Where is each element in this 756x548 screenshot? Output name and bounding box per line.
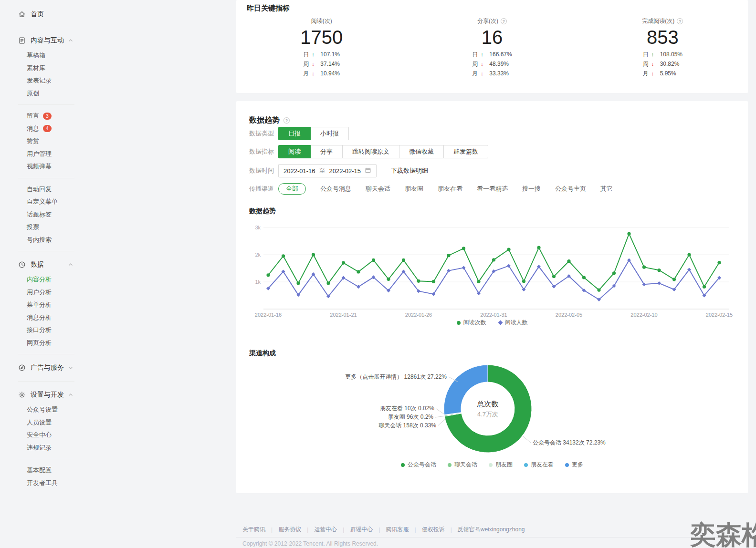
- clock-icon: [18, 261, 26, 269]
- sidebar-item-自定义菜单[interactable]: 自定义菜单: [0, 196, 91, 208]
- metric-change-row: 周 ↓ 37.14%: [303, 59, 340, 69]
- legend-朋友圈[interactable]: 朋友圈: [489, 461, 513, 469]
- sidebar-item-设置与开发[interactable]: 设置与开发: [0, 386, 91, 403]
- donut-label-更多: 更多（点击展开详情） 12861次 27.22%: [345, 373, 447, 380]
- metric-change-row: 周 ↓ 30.82%: [643, 59, 682, 69]
- donut-label-朋友在看: 朋友在看 10次 0.02%: [380, 405, 434, 412]
- sidebar-item-话题标签[interactable]: 话题标签: [0, 208, 91, 221]
- gear-icon: [18, 391, 26, 399]
- footer-link-关于腾讯[interactable]: 关于腾讯: [242, 526, 265, 534]
- donut-label-朋友圈: 朋友圈 96次 0.2%: [388, 414, 434, 420]
- sidebar-item-用户分析[interactable]: 用户分析: [0, 286, 91, 299]
- channel-其它[interactable]: 其它: [600, 185, 613, 193]
- channel-朋友圈[interactable]: 朋友圈: [405, 185, 423, 193]
- sidebar-item-违规记录[interactable]: 违规记录: [0, 442, 91, 455]
- metric-value: 16: [482, 26, 503, 48]
- sidebar-divider: [18, 459, 74, 459]
- legend-marker: [489, 463, 493, 467]
- sidebar-item-内容分析[interactable]: 内容分析: [0, 273, 91, 286]
- tab-微信收藏[interactable]: 微信收藏: [399, 145, 444, 158]
- tab-分享[interactable]: 分享: [310, 145, 343, 158]
- sidebar-divider: [18, 251, 74, 251]
- chevron-down-icon: [68, 365, 74, 371]
- down-arrow-icon: ↓: [651, 61, 660, 67]
- legend-更多[interactable]: 更多: [565, 461, 583, 469]
- svg-text:2k: 2k: [255, 252, 261, 258]
- sidebar-item-安全中心[interactable]: 安全中心: [0, 429, 91, 442]
- channel-朋友在看[interactable]: 朋友在看: [438, 185, 462, 193]
- sidebar-item-菜单分析[interactable]: 菜单分析: [0, 299, 91, 311]
- legend-公众号会话[interactable]: 公众号会话: [401, 461, 436, 469]
- footer-link-反馈官号weixingongzhong[interactable]: 反馈官号weixingongzhong: [458, 526, 525, 534]
- sidebar-item-发表记录[interactable]: 发表记录: [0, 74, 91, 87]
- sidebar-item-网页分析[interactable]: 网页分析: [0, 337, 91, 350]
- compass-icon: [18, 364, 26, 372]
- legend-朋友在看[interactable]: 朋友在看: [524, 461, 554, 469]
- channel-聊天会话[interactable]: 聊天会话: [366, 185, 390, 193]
- donut-chart-svg: 公众号会话 34132次 72.23%聊天会话 158次 0.33%朋友圈 96…: [249, 364, 735, 458]
- filter-label: 数据指标: [249, 147, 278, 156]
- help-icon[interactable]: ?: [284, 117, 290, 124]
- metric-value: 853: [647, 26, 679, 48]
- sidebar-item-开发者工具[interactable]: 开发者工具: [0, 477, 91, 490]
- filter-label: 传播渠道: [249, 185, 278, 193]
- trend-line-chart: 1k2k3k2022-01-162022-01-212022-01-262022…: [249, 218, 735, 317]
- channel-donut-chart: 公众号会话 34132次 72.23%聊天会话 158次 0.33%朋友圈 96…: [249, 364, 735, 458]
- sidebar-item-视频弹幕[interactable]: 视频弹幕: [0, 160, 91, 173]
- sidebar-item-用户管理[interactable]: 用户管理: [0, 148, 91, 161]
- chevron-up-icon: [68, 262, 74, 268]
- footer-link-腾讯客服[interactable]: 腾讯客服: [386, 526, 409, 534]
- sidebar-item-首页[interactable]: 首页: [0, 7, 91, 22]
- tab-群发篇数[interactable]: 群发篇数: [443, 145, 488, 158]
- legend-阅读次数[interactable]: 阅读次数: [457, 319, 486, 327]
- tab-阅读[interactable]: 阅读: [278, 145, 311, 158]
- channel-全部[interactable]: 全部: [278, 183, 306, 195]
- sidebar-divider: [18, 104, 74, 105]
- metric-change-row: 月 ↓ 33.33%: [472, 69, 512, 78]
- metric-change-row: 日 ↑ 166.67%: [472, 50, 512, 59]
- sidebar-divider: [18, 27, 74, 27]
- footer-link-辟谣中心[interactable]: 辟谣中心: [350, 526, 373, 534]
- sidebar-item-人员设置[interactable]: 人员设置: [0, 416, 91, 429]
- channel-公众号消息[interactable]: 公众号消息: [320, 185, 351, 193]
- channel-chart-title: 渠道构成: [249, 349, 276, 358]
- sidebar-item-消息分析[interactable]: 消息分析: [0, 311, 91, 324]
- channel-看一看精选[interactable]: 看一看精选: [477, 185, 508, 193]
- sidebar-item-素材库[interactable]: 素材库: [0, 62, 91, 75]
- sidebar-item-接口分析[interactable]: 接口分析: [0, 324, 91, 337]
- sidebar-item-原创[interactable]: 原创: [0, 87, 91, 100]
- sidebar-item-自动回复[interactable]: 自动回复: [0, 183, 91, 196]
- wechat-mp-dashboard: 首页 内容与互动 草稿箱 素材库 发表记录 原创 留言3 消息4 赞赏 用户管理…: [0, 0, 756, 548]
- filter-label: 数据时间: [249, 166, 278, 175]
- sidebar-item-草稿箱[interactable]: 草稿箱: [0, 49, 91, 62]
- legend-marker: [498, 321, 503, 325]
- filter-row: 数据类型日报小时报: [249, 127, 349, 140]
- footer-link-服务协议[interactable]: 服务协议: [278, 526, 301, 534]
- sidebar-item-数据[interactable]: 数据: [0, 256, 91, 273]
- sidebar-item-基本配置[interactable]: 基本配置: [0, 464, 91, 477]
- sidebar-item-赞赏[interactable]: 赞赏: [0, 135, 91, 148]
- channel-搜一搜[interactable]: 搜一搜: [522, 185, 541, 193]
- tab-跳转阅读原文[interactable]: 跳转阅读原文: [342, 145, 399, 158]
- date-range-picker[interactable]: 2022-01-16至 2022-02-15: [278, 164, 377, 177]
- tab-小时报[interactable]: 小时报: [310, 127, 349, 140]
- sidebar-item-广告与服务[interactable]: 广告与服务: [0, 359, 91, 376]
- tab-日报[interactable]: 日报: [278, 127, 311, 140]
- sidebar-item-留言[interactable]: 留言3: [0, 110, 91, 123]
- footer-link-运营中心[interactable]: 运营中心: [314, 526, 337, 534]
- help-icon[interactable]: ?: [677, 18, 683, 24]
- help-icon[interactable]: ?: [501, 18, 507, 24]
- footer-link-侵权投诉[interactable]: 侵权投诉: [422, 526, 445, 534]
- channel-公众号主页[interactable]: 公众号主页: [555, 185, 586, 193]
- sidebar-item-公众号设置[interactable]: 公众号设置: [0, 403, 91, 416]
- legend-阅读人数[interactable]: 阅读人数: [499, 319, 528, 327]
- sidebar-item-内容与互动[interactable]: 内容与互动: [0, 32, 91, 49]
- donut-chart-legend: 公众号会话 聊天会话 朋友圈 朋友在看 更多: [249, 461, 735, 469]
- sidebar-item-消息[interactable]: 消息4: [0, 123, 91, 135]
- sidebar-item-投票[interactable]: 投票: [0, 221, 91, 234]
- sidebar-item-号内搜索[interactable]: 号内搜索: [0, 234, 91, 247]
- download-data-link[interactable]: 下载数据明细: [391, 166, 428, 175]
- line-chart-svg: 1k2k3k2022-01-162022-01-212022-01-262022…: [249, 218, 735, 317]
- svg-text:2022-01-26: 2022-01-26: [405, 312, 432, 317]
- legend-聊天会话[interactable]: 聊天会话: [448, 461, 477, 469]
